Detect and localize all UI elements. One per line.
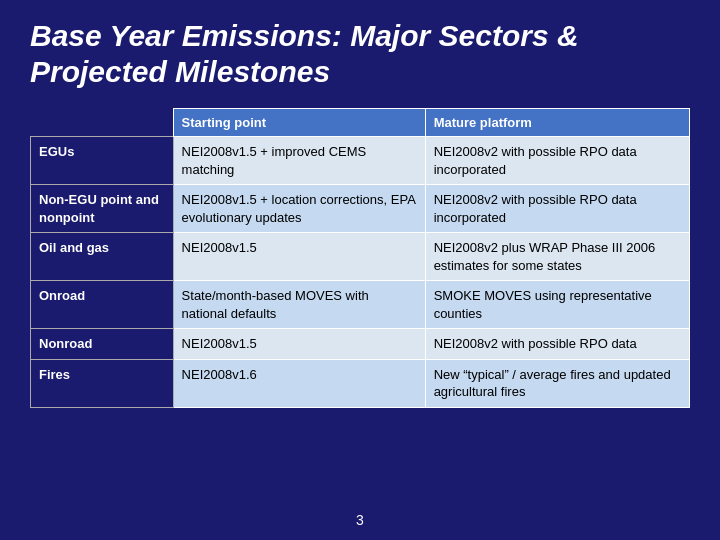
emissions-table: Starting point Mature platform EGUsNEI20… — [30, 108, 690, 408]
table-wrapper: Starting point Mature platform EGUsNEI20… — [30, 108, 690, 506]
cell-starting: NEI2008v1.5 + improved CEMS matching — [173, 137, 425, 185]
cell-sector: Fires — [31, 359, 174, 407]
cell-starting: NEI2008v1.5 — [173, 233, 425, 281]
cell-mature: New “typical” / average fires and update… — [425, 359, 689, 407]
table-row: NonroadNEI2008v1.5NEI2008v2 with possibl… — [31, 329, 690, 360]
cell-sector: Onroad — [31, 281, 174, 329]
cell-sector: Non-EGU point and nonpoint — [31, 185, 174, 233]
cell-starting: State/month-based MOVES with national de… — [173, 281, 425, 329]
col-header-starting: Starting point — [173, 109, 425, 137]
cell-sector: Oil and gas — [31, 233, 174, 281]
table-row: EGUsNEI2008v1.5 + improved CEMS matching… — [31, 137, 690, 185]
table-row: Non-EGU point and nonpointNEI2008v1.5 + … — [31, 185, 690, 233]
table-row: Oil and gasNEI2008v1.5NEI2008v2 plus WRA… — [31, 233, 690, 281]
slide: Base Year Emissions: Major Sectors & Pro… — [0, 0, 720, 540]
table-row: OnroadState/month-based MOVES with natio… — [31, 281, 690, 329]
slide-title: Base Year Emissions: Major Sectors & Pro… — [30, 18, 690, 90]
cell-mature: NEI2008v2 plus WRAP Phase III 2006 estim… — [425, 233, 689, 281]
cell-sector: Nonroad — [31, 329, 174, 360]
cell-mature: SMOKE MOVES using representative countie… — [425, 281, 689, 329]
cell-starting: NEI2008v1.5 + location corrections, EPA … — [173, 185, 425, 233]
cell-mature: NEI2008v2 with possible RPO data — [425, 329, 689, 360]
table-header-row: Starting point Mature platform — [31, 109, 690, 137]
cell-mature: NEI2008v2 with possible RPO data incorpo… — [425, 137, 689, 185]
table-row: FiresNEI2008v1.6New “typical” / average … — [31, 359, 690, 407]
cell-starting: NEI2008v1.5 — [173, 329, 425, 360]
cell-starting: NEI2008v1.6 — [173, 359, 425, 407]
cell-sector: EGUs — [31, 137, 174, 185]
col-header-mature: Mature platform — [425, 109, 689, 137]
col-header-sector — [31, 109, 174, 137]
page-number: 3 — [30, 512, 690, 528]
cell-mature: NEI2008v2 with possible RPO data incorpo… — [425, 185, 689, 233]
